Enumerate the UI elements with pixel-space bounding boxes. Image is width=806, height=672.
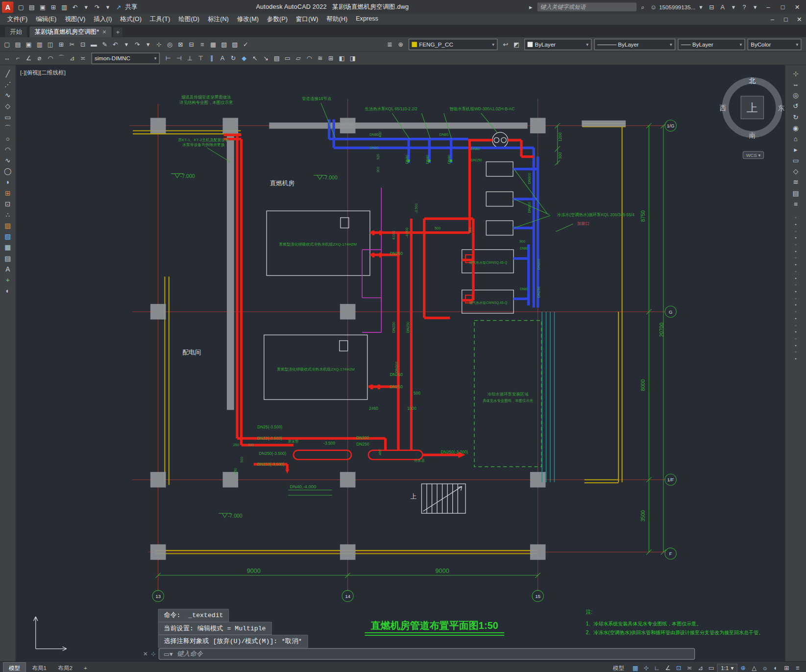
dim-arc-icon[interactable]: ⌒ [56,53,67,63]
publish-icon[interactable]: ⊞ [56,39,67,49]
undo-caret-icon[interactable]: ▾ [80,2,91,12]
customize-icon[interactable]: ≡ [792,663,803,672]
account-caret-icon[interactable]: ▾ [695,2,706,12]
dim-linear-icon[interactable]: ↔ [1,53,12,63]
menu-item[interactable]: 格式(O) [116,15,146,24]
redo-caret-icon[interactable]: ▾ [143,39,153,49]
plot-preview-icon[interactable]: ◫ [45,39,56,49]
share-label[interactable]: 共享 [125,2,137,11]
dim-style-icon[interactable]: ◆ [239,53,249,63]
menu-item[interactable]: 窗口(W) [292,15,322,24]
qnew-icon[interactable]: ▢ [1,39,12,49]
search-icon[interactable]: ⌕ [637,2,648,12]
mleader-icon[interactable]: ↖ [249,53,260,63]
osnap-icon[interactable]: ⊡ [673,663,684,672]
close-button[interactable]: ✕ [790,1,804,12]
show-motion-icon[interactable]: ▸ [789,144,802,155]
spline-icon[interactable]: ∿ [1,155,14,166]
mtext-icon[interactable]: A [1,264,14,274]
group-icon[interactable]: ◧ [336,53,347,63]
menu-item[interactable]: 帮助(H) [322,15,352,24]
menu-item[interactable]: 插入(I) [90,15,116,24]
workspace-switch-icon[interactable]: ☼ [759,663,770,672]
doc-restore-button[interactable]: □ [779,14,792,25]
tool-strip-icon[interactable]: ▫ [791,254,800,261]
app-store-icon[interactable]: ⊟ [706,2,717,12]
tool-strip-icon[interactable]: ▪ [791,274,800,281]
revcloud-icon[interactable]: ◠ [1,144,14,155]
arc-icon[interactable]: ⌒ [1,123,14,133]
saveas-icon[interactable]: ⊞ [48,2,59,12]
grid-icon[interactable]: ▦ [630,663,641,672]
tool-strip-icon[interactable]: ▫ [791,268,800,274]
wipeout-icon[interactable]: ▱ [293,53,304,63]
markup-icon[interactable]: ✓ [240,39,251,49]
color-combo[interactable]: ByLayer▾ [524,39,591,50]
pan-icon[interactable]: ⊹ [153,39,164,49]
save-icon[interactable]: ▣ [37,2,48,12]
tool-strip-icon[interactable]: ▪ [791,342,800,348]
autocad-logo-icon[interactable]: A [2,1,13,13]
rewind-icon[interactable]: ↻ [789,112,802,123]
menu-item[interactable]: Express [352,15,383,23]
tool-strip-icon[interactable]: ▫ [791,348,800,355]
tool-strip-icon[interactable]: ▪ [791,355,800,362]
polygon-icon[interactable]: ◇ [1,101,14,112]
tool-strip-icon[interactable]: ▪ [791,221,800,227]
plot-icon[interactable]: ▥ [59,2,70,12]
user-avatar-icon[interactable]: ☺ [648,2,659,12]
new-tab-button[interactable]: + [113,27,122,37]
navigation-bar-icon[interactable]: ▭ [789,155,802,166]
menu-item[interactable]: 编辑(E) [32,15,61,24]
measure-icon[interactable]: ≋ [789,177,802,188]
open-icon[interactable]: ▤ [26,2,37,12]
polar-icon[interactable]: ∠ [662,663,673,672]
help-icon[interactable]: ? [739,2,750,12]
model-tab[interactable]: 模型 [3,662,25,672]
copy-icon[interactable]: ⊡ [77,39,88,49]
command-close-icon[interactable]: ✕ [143,650,148,657]
properties-icon[interactable]: ≡ [197,39,208,49]
command-grip-icon[interactable]: ⊹ [151,650,156,657]
dim-angular-icon[interactable]: ∠ [23,53,34,63]
object-isolate-icon[interactable]: ◐ [770,663,781,672]
new-layout-button[interactable]: + [79,663,93,672]
tolerance-icon[interactable]: ⊥ [184,53,195,63]
layer-isolate-icon[interactable]: ◩ [511,39,522,49]
menu-item[interactable]: 文件(F) [3,15,31,24]
tool-strip-icon[interactable]: ▪ [791,261,800,268]
table-icon[interactable]: ▤ [1,253,14,264]
a-caret-icon[interactable]: ▾ [728,2,739,12]
qnew-icon[interactable]: ▢ [16,2,26,12]
measure-icon[interactable]: ≋ [315,53,325,63]
search-input[interactable]: 键入关键字或短语 [537,2,636,11]
dim-aligned-icon[interactable]: ⌐ [12,53,23,63]
annotation-visibility-icon[interactable]: △ [749,663,759,672]
redo-caret-icon[interactable]: ▾ [102,2,113,12]
circle-icon[interactable]: ○ [1,133,14,144]
dim-update-icon[interactable]: ↻ [228,53,239,63]
center-mark-icon[interactable]: ⊤ [195,53,206,63]
tool-strip-icon[interactable]: ▫ [791,214,800,221]
tool-strip-icon[interactable]: ▪ [791,315,800,322]
zoom-previous-icon[interactable]: ⊟ [186,39,197,49]
lineweight-combo[interactable]: —— ByLayer▾ [678,39,745,50]
make-block-icon[interactable]: ⊡ [1,199,14,209]
view-compass[interactable] [725,81,779,159]
command-input[interactable]: ▭▾ 键入命令 [159,648,695,659]
open-icon[interactable]: ▤ [12,39,23,49]
tool-palettes-icon[interactable]: ▧ [219,39,229,49]
pan-icon[interactable]: ⇔ [789,79,802,90]
tool-strip-icon[interactable]: ▫ [791,241,800,248]
layout2-tab[interactable]: 布局2 [53,662,78,672]
table-icon[interactable]: ▤ [271,53,282,63]
doc-minimize-button[interactable]: – [766,14,779,25]
dim-ordinate-icon[interactable]: ⊿ [67,53,77,63]
plotstyle-combo[interactable]: ByColor▾ [748,39,802,50]
dim-edit-icon[interactable]: ∥ [206,53,217,63]
linetype-combo[interactable]: ———— ByLayer▾ [594,39,676,50]
ungroup-icon[interactable]: ◨ [347,53,358,63]
menu-item[interactable]: 工具(T) [146,15,174,24]
snap-icon[interactable]: ⊹ [641,663,652,672]
quick-dim-icon[interactable]: ≍ [77,53,88,63]
